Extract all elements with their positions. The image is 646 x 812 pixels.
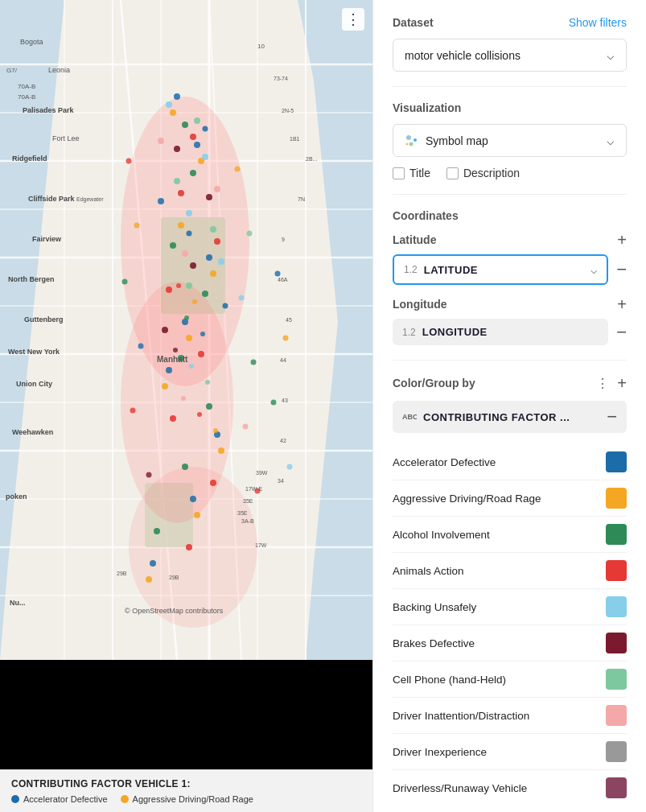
svg-point-81 [138, 344, 144, 349]
svg-point-90 [275, 271, 281, 277]
svg-text:43: 43 [282, 398, 288, 403]
description-checkbox[interactable] [446, 167, 459, 179]
contributing-factor-row[interactable]: ABC CONTRIBUTING FACTOR ... − [393, 401, 627, 433]
svg-text:Palisades Park: Palisades Park [23, 106, 75, 114]
color-swatch [606, 777, 627, 798]
visualization-dropdown[interactable]: Symbol map ⌵ [393, 124, 627, 157]
svg-text:46A: 46A [278, 277, 288, 282]
description-checkbox-item[interactable]: Description [446, 167, 520, 179]
more-dots-icon: ⋮ [346, 10, 360, 28]
svg-text:Union City: Union City [16, 380, 52, 388]
map-legend: CONTRIBUTING FACTOR VEHICLE 1: Accelerat… [0, 769, 372, 812]
svg-text:44: 44 [280, 357, 286, 363]
list-item: Backing Unsafely [393, 589, 627, 625]
svg-point-95 [192, 299, 197, 304]
svg-text:G7/: G7/ [6, 67, 18, 74]
color-swatch [606, 451, 627, 472]
svg-point-76 [214, 186, 220, 192]
svg-point-80 [122, 279, 128, 285]
svg-point-36 [187, 231, 192, 237]
map-legend-title: CONTRIBUTING FACTOR VEHICLE 1: [11, 778, 361, 789]
svg-text:17W-E: 17W-E [245, 486, 263, 492]
svg-point-79 [134, 223, 140, 229]
svg-point-86 [239, 295, 245, 301]
latitude-remove-button[interactable]: − [616, 261, 627, 278]
svg-point-101 [181, 396, 186, 401]
svg-text:2B...: 2B... [306, 156, 317, 162]
svg-point-46 [146, 576, 152, 583]
svg-point-52 [206, 403, 212, 410]
visualization-section-header: Visualization [393, 101, 627, 114]
svg-point-27 [194, 142, 200, 148]
svg-point-98 [173, 348, 178, 352]
svg-text:34: 34 [278, 478, 284, 484]
latitude-add-button[interactable]: + [617, 232, 627, 248]
longitude-label-row: Longitude + [393, 296, 627, 312]
latitude-field-num: 1.2 [404, 264, 418, 275]
svg-point-50 [202, 291, 208, 297]
svg-point-71 [194, 117, 200, 124]
svg-text:7N: 7N [298, 196, 305, 202]
longitude-add-button[interactable]: + [617, 296, 627, 312]
svg-text:Cliffside Park: Cliffside Park [28, 195, 76, 203]
list-item: Driver Inattention/Distraction [393, 698, 627, 734]
svg-text:Weehawken: Weehawken [12, 428, 53, 436]
symbol-map-icon [405, 134, 419, 148]
svg-point-42 [186, 335, 192, 341]
svg-point-60 [170, 415, 176, 422]
cf-remove-button[interactable]: − [607, 408, 617, 426]
color-swatch [606, 560, 627, 581]
svg-point-77 [182, 250, 188, 257]
svg-point-75 [158, 138, 164, 144]
svg-point-37 [223, 303, 228, 309]
latitude-field-inner[interactable]: 1.2 LATITUDE ⌵ [393, 254, 608, 285]
longitude-field-inner[interactable]: 1.2 LONGITUDE [393, 319, 608, 345]
viz-dropdown-arrow: ⌵ [607, 133, 615, 148]
svg-text:Nu...: Nu... [10, 599, 26, 607]
legend-dot-aggressive [121, 795, 129, 803]
longitude-remove-button[interactable]: − [616, 324, 627, 341]
map-container: © OpenStreetMap contributors Bogota G7/ … [0, 0, 372, 660]
svg-point-56 [178, 190, 184, 196]
svg-point-82 [130, 408, 136, 414]
longitude-field-text: LONGITUDE [422, 326, 488, 338]
svg-point-78 [126, 159, 132, 164]
svg-point-102 [197, 412, 202, 417]
legend-item-name: Alcohol Involvement [393, 529, 490, 541]
list-item: Animals Action [393, 553, 627, 589]
longitude-label: Longitude [393, 298, 447, 311]
svg-point-25 [129, 467, 257, 628]
svg-point-38 [170, 109, 176, 116]
legend-item-aggressive: Aggressive Driving/Road Rage [121, 794, 253, 804]
svg-text:Guttenberg: Guttenberg [24, 315, 64, 324]
show-filters-link[interactable]: Show filters [569, 16, 627, 29]
svg-text:Fort Lee: Fort Lee [52, 134, 80, 142]
title-checkbox-item[interactable]: Title [393, 167, 430, 179]
color-swatch [606, 488, 627, 509]
dataset-dropdown[interactable]: motor vehicle collisions ⌵ [393, 39, 627, 72]
map-more-button[interactable]: ⋮ [342, 8, 364, 31]
color-group-add-button[interactable]: + [617, 375, 627, 391]
svg-text:70A-B: 70A-B [18, 83, 35, 90]
svg-point-59 [198, 351, 204, 357]
svg-point-99 [189, 364, 194, 369]
svg-point-88 [243, 424, 249, 430]
legend-item-name: Backing Unsafely [393, 601, 476, 613]
svg-point-44 [218, 447, 224, 454]
color-swatch [606, 596, 627, 617]
map-panel: © OpenStreetMap contributors Bogota G7/ … [0, 0, 372, 812]
dataset-section-header: Dataset Show filters [393, 16, 627, 29]
svg-text:Manhatt: Manhatt [157, 355, 188, 364]
svg-text:35E: 35E [243, 498, 253, 504]
svg-point-145 [406, 135, 411, 140]
svg-point-84 [235, 167, 241, 172]
svg-text:1B1: 1B1 [290, 136, 300, 142]
svg-text:West New York: West New York [8, 348, 60, 356]
svg-point-70 [162, 327, 168, 333]
svg-point-35 [203, 126, 208, 132]
legend-item-name: Cell Phone (hand-Held) [393, 674, 506, 686]
title-checkbox[interactable] [393, 167, 405, 179]
color-group-more-button[interactable]: ⋮ [596, 376, 609, 391]
svg-point-54 [154, 528, 160, 534]
divider-1 [393, 86, 627, 87]
